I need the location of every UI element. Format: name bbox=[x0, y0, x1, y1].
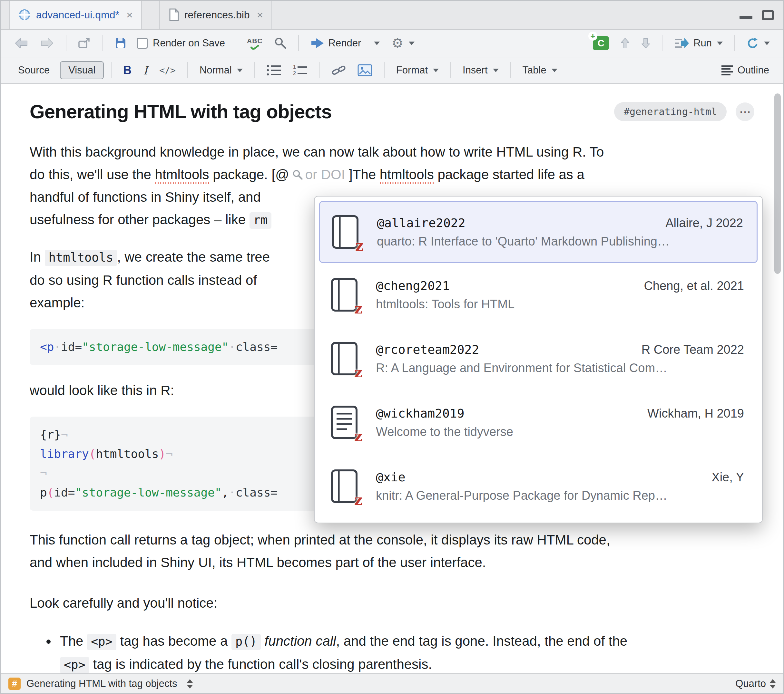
arrow-up-icon bbox=[621, 37, 629, 49]
quarto-file-icon bbox=[18, 8, 31, 21]
back-button[interactable] bbox=[10, 33, 33, 53]
next-section-button[interactable] bbox=[637, 33, 655, 53]
render-options-button[interactable] bbox=[368, 33, 384, 53]
table-menu[interactable]: Table bbox=[518, 60, 562, 81]
zotero-badge: z bbox=[354, 428, 362, 444]
zotero-badge: z bbox=[354, 300, 362, 317]
render-on-save-control[interactable]: Render on Save bbox=[134, 37, 227, 49]
citation-title: Welcome to the tidyverse bbox=[376, 425, 744, 439]
maximize-icon[interactable] bbox=[762, 10, 774, 20]
book-icon: z bbox=[328, 276, 361, 314]
spellcheck-button[interactable]: ABC bbox=[242, 33, 267, 53]
source-mode-button[interactable]: Source bbox=[10, 60, 58, 81]
citation-text: @wickham2019 Wickham, H 2019 Welcome to … bbox=[376, 406, 744, 439]
citation-author: Cheng, et al. 2021 bbox=[644, 279, 744, 293]
citation-key: @wickham2019 bbox=[376, 406, 464, 421]
save-button[interactable] bbox=[110, 33, 132, 53]
citation-item-rcoreteam2022[interactable]: z @rcoreteam2022 R Core Team 2022 R: A L… bbox=[315, 327, 762, 390]
section-menu-button[interactable]: ⋯ bbox=[736, 102, 754, 121]
section-anchor-badge: #generating-html bbox=[614, 102, 726, 121]
previous-section-button[interactable] bbox=[616, 33, 634, 53]
paragraph-style-label: Normal bbox=[199, 64, 232, 76]
language-mode-button[interactable]: Quarto bbox=[735, 678, 766, 689]
return-mark: ¬ bbox=[40, 467, 47, 480]
insert-chunk-button[interactable]: + C bbox=[588, 33, 613, 53]
code-token: p bbox=[40, 486, 47, 499]
section-hash-icon: # bbox=[8, 678, 21, 690]
citation-item-xie[interactable]: z @xie Xie, Y knitr: A General-Purpose P… bbox=[315, 454, 762, 518]
inline-code-button[interactable]: </> bbox=[155, 60, 180, 81]
whitespace-dot: · bbox=[54, 340, 61, 354]
abc-text: ABC bbox=[247, 37, 263, 45]
image-button[interactable] bbox=[353, 60, 377, 81]
rerun-button[interactable] bbox=[742, 33, 774, 53]
citation-item-wickham2019[interactable]: z @wickham2019 Wickham, H 2019 Welcome t… bbox=[315, 390, 762, 454]
render-on-save-checkbox[interactable] bbox=[137, 38, 148, 49]
zotero-badge: z bbox=[355, 237, 363, 254]
italic-icon: I bbox=[143, 64, 148, 77]
section-header: Generating HTML with tag objects #genera… bbox=[30, 100, 754, 123]
rstudio-source-pane: advanced-ui.qmd* × references.bib × bbox=[0, 0, 784, 694]
tab-references-bib[interactable]: references.bib × bbox=[159, 1, 272, 29]
vertical-scrollbar[interactable] bbox=[774, 94, 781, 274]
section-stepper-icon[interactable] bbox=[187, 679, 193, 689]
tab-advanced-ui-qmd[interactable]: advanced-ui.qmd* × bbox=[9, 1, 142, 29]
open-in-new-window-button[interactable] bbox=[74, 33, 95, 53]
citation-text: @xie Xie, Y knitr: A General-Purpose Pac… bbox=[376, 470, 744, 503]
visual-mode-button[interactable]: Visual bbox=[60, 61, 104, 79]
citation-item-allaire2022[interactable]: z @allaire2022 Allaire, J 2022 quarto: R… bbox=[319, 201, 758, 263]
text-run: do this, we'll use the bbox=[30, 167, 155, 182]
italic-button[interactable]: I bbox=[138, 60, 152, 81]
language-stepper-icon[interactable] bbox=[770, 679, 776, 689]
visual-editor-canvas[interactable]: Generating HTML with tag objects #genera… bbox=[1, 84, 783, 673]
run-button[interactable]: Run bbox=[670, 33, 727, 53]
text-run: ]The bbox=[349, 167, 380, 182]
text-run: , and the end tag is gone. Instead, the … bbox=[336, 633, 628, 649]
inline-code: p() bbox=[231, 634, 261, 650]
insert-menu[interactable]: Insert bbox=[458, 60, 503, 81]
citation-title: R: A Language and Environment for Statis… bbox=[376, 361, 744, 375]
close-icon[interactable]: × bbox=[126, 9, 133, 21]
section-navigator[interactable]: Generating HTML with tag objects bbox=[26, 678, 177, 689]
numbered-list-button[interactable]: 1 2 bbox=[288, 60, 312, 81]
return-mark: ¬ bbox=[61, 428, 68, 441]
chevron-down-icon bbox=[764, 41, 770, 45]
format-menu[interactable]: Format bbox=[392, 60, 443, 81]
close-icon[interactable]: × bbox=[257, 9, 264, 21]
paragraph-style-select[interactable]: Normal bbox=[195, 60, 247, 81]
popout-window-icon bbox=[78, 37, 90, 49]
citation-at: @ bbox=[275, 167, 289, 182]
minimize-icon[interactable] bbox=[740, 16, 753, 19]
article-icon: z bbox=[328, 404, 361, 441]
separator bbox=[384, 62, 385, 78]
chevron-down-icon bbox=[409, 41, 415, 45]
text-run: With this background knowledge in place,… bbox=[30, 144, 604, 160]
code-token: htmltools bbox=[96, 447, 159, 460]
citation-item-cheng2021[interactable]: z @cheng2021 Cheng, et al. 2021 htmltool… bbox=[315, 263, 762, 327]
code-token: ( bbox=[47, 486, 54, 499]
settings-button[interactable]: ⚙ bbox=[387, 33, 419, 53]
bullet-list-button[interactable] bbox=[262, 60, 286, 81]
notice-list: The <p> tag has become a p() function ca… bbox=[48, 630, 754, 673]
render-button[interactable]: Render bbox=[306, 33, 366, 53]
forward-button[interactable] bbox=[35, 33, 59, 53]
text-run: handful of functions in Shiny itself, an… bbox=[30, 189, 261, 205]
bold-button[interactable]: B bbox=[119, 60, 136, 81]
text-run bbox=[261, 633, 265, 649]
outline-toggle[interactable]: Outline bbox=[716, 60, 774, 81]
separator bbox=[510, 62, 511, 78]
status-bar: # Generating HTML with tag objects Quart… bbox=[1, 673, 783, 693]
source-label: Source bbox=[18, 64, 49, 76]
separator bbox=[320, 62, 320, 78]
text-run: tag is indicated by the function call's … bbox=[89, 657, 432, 672]
return-mark: ¬ bbox=[166, 447, 173, 460]
code-token: {r} bbox=[40, 428, 61, 441]
bold-icon: B bbox=[123, 64, 132, 77]
text-run: and when included in Shiny UI, its HTML … bbox=[30, 555, 486, 570]
link-button[interactable] bbox=[327, 60, 351, 81]
find-replace-button[interactable] bbox=[270, 33, 291, 53]
text-run: example: bbox=[30, 295, 84, 310]
separator bbox=[111, 62, 112, 78]
text-run: In bbox=[30, 249, 45, 265]
run-label: Run bbox=[693, 37, 712, 49]
